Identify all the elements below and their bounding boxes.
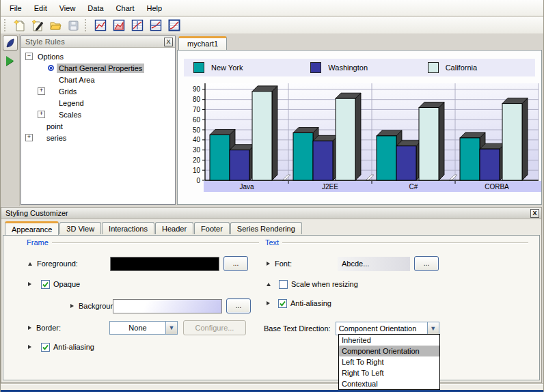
legend-label: California <box>446 64 477 72</box>
dropdown-option-right-to-left[interactable]: Right To Left <box>339 367 439 378</box>
foreground-label: Foreground: <box>37 260 110 268</box>
chevron-down-icon[interactable]: ▼ <box>427 322 439 335</box>
opaque-row: Opaque <box>28 279 80 289</box>
background-picker-button[interactable]: ... <box>226 298 251 313</box>
open-button[interactable] <box>47 18 64 33</box>
foreground-color-swatch[interactable] <box>110 257 219 271</box>
expand-icon[interactable]: + <box>25 134 33 141</box>
customizer-tab-3d-view[interactable]: 3D View <box>59 222 101 234</box>
menu-item-data[interactable]: Data <box>81 2 109 14</box>
tree-item-series[interactable]: +series <box>21 132 175 143</box>
chart-type-line-button[interactable] <box>92 18 109 33</box>
expand-icon[interactable]: + <box>38 111 45 118</box>
save-button[interactable] <box>65 18 81 33</box>
expand-arrow-icon[interactable] <box>28 326 31 330</box>
base-text-direction-combobox[interactable]: Component Orientation ▼ <box>336 322 439 335</box>
tab-mychart1[interactable]: mychart1 <box>178 36 227 50</box>
expand-arrow-icon[interactable] <box>28 282 31 286</box>
text-group-line <box>282 242 528 243</box>
legend-swatch <box>310 62 321 73</box>
menu-item-chart[interactable]: Chart <box>110 2 141 14</box>
style-wizard-button[interactable] <box>29 18 46 33</box>
frame-antialiasing-checkbox[interactable] <box>41 343 50 352</box>
tree-item-grids[interactable]: +Grids <box>21 85 175 97</box>
menu-item-edit[interactable]: Edit <box>28 2 53 14</box>
svg-text:60: 60 <box>193 116 201 124</box>
quill-pen-icon <box>5 38 15 48</box>
customizer-tab-footer[interactable]: Footer <box>194 222 230 234</box>
expand-arrow-icon[interactable] <box>267 301 270 305</box>
collapse-arrow-icon[interactable] <box>28 262 32 266</box>
foreground-picker-button[interactable]: ... <box>223 256 248 271</box>
styling-customizer: Styling Customizer X Appearance3D ViewIn… <box>1 207 542 383</box>
chart-body: New YorkWashingtonCalifornia 01020304050… <box>177 50 542 205</box>
font-picker-button[interactable]: ... <box>414 256 439 271</box>
expand-arrow-icon[interactable] <box>28 345 31 349</box>
dropdown-option-component-orientation[interactable]: Component Orientation <box>339 346 439 356</box>
svg-text:90: 90 <box>193 85 201 93</box>
opaque-checkbox[interactable] <box>41 280 50 289</box>
app-window: FileEditViewDataChartHelp <box>0 0 544 392</box>
run-button[interactable] <box>3 55 18 67</box>
bar-chart-svg[interactable]: 0102030405060708090JavaJ2EEC#CORBA <box>182 79 541 195</box>
svg-text:70: 70 <box>193 106 201 113</box>
new-document-icon <box>14 19 26 31</box>
legend-swatch <box>428 62 439 73</box>
expand-arrow-icon[interactable] <box>70 304 74 308</box>
background-label: Background: <box>79 302 113 310</box>
tree-item-label: Grids <box>57 87 79 96</box>
text-antialiasing-checkbox[interactable] <box>278 299 287 308</box>
customizer-tab-appearance[interactable]: Appearance <box>5 221 59 235</box>
border-label: Border: <box>36 324 109 332</box>
configure-button[interactable]: Configure... <box>183 320 246 335</box>
toolbar <box>1 17 543 33</box>
chevron-down-icon[interactable]: ▼ <box>165 322 177 334</box>
tree-item-chart-general-properties[interactable]: Chart General Properties <box>21 62 175 74</box>
font-preview-field[interactable]: Abcde... <box>338 257 410 271</box>
style-rules-close-button[interactable]: X <box>164 38 173 46</box>
chart-type-combo-button[interactable] <box>148 18 164 33</box>
customizer-close-button[interactable]: X <box>530 209 539 218</box>
customizer-tab-header[interactable]: Header <box>155 222 193 234</box>
customizer-title: Styling Customizer <box>5 209 530 217</box>
dropdown-option-inherited[interactable]: Inherited <box>339 335 439 346</box>
status-bar <box>1 384 543 390</box>
chart-type-area-icon <box>112 19 126 31</box>
style-pen-toggle[interactable] <box>3 36 18 51</box>
tree-item-scales[interactable]: +Scales <box>21 109 175 120</box>
open-folder-icon <box>49 20 62 31</box>
customizer-tab-series-rendering[interactable]: Series Rendering <box>230 222 302 234</box>
collapse-icon[interactable]: − <box>25 53 33 60</box>
menu-item-view[interactable]: View <box>53 2 82 14</box>
dropdown-option-contextual[interactable]: Contextual <box>339 378 439 389</box>
expand-arrow-icon[interactable] <box>267 262 270 266</box>
dropdown-option-left-to-right[interactable]: Left To Right <box>339 356 439 367</box>
svg-text:C#: C# <box>409 183 418 191</box>
scale-when-resizing-label: Scale when resizing <box>291 280 358 288</box>
menu-item-help[interactable]: Help <box>141 2 169 14</box>
background-color-swatch[interactable] <box>113 299 222 313</box>
chart-tab-row: mychart1 <box>177 36 542 50</box>
legend-item-new-york: New York <box>184 62 301 73</box>
scale-when-resizing-checkbox[interactable] <box>279 280 288 289</box>
expand-icon[interactable]: + <box>38 87 45 95</box>
customizer-tab-interactions[interactable]: Interactions <box>102 222 154 234</box>
tree-item-legend[interactable]: Legend <box>21 97 175 109</box>
new-document-button[interactable] <box>12 18 28 33</box>
svg-text:10: 10 <box>193 167 201 174</box>
chart-type-scatter-button[interactable] <box>166 18 182 33</box>
frame-antialiasing-row: Anti-aliasing <box>28 342 94 352</box>
chart-type-step-button[interactable] <box>129 18 146 33</box>
tree-item-chart-area[interactable]: Chart Area <box>21 74 175 85</box>
chart-type-area-button[interactable] <box>111 18 127 33</box>
collapse-arrow-icon[interactable] <box>267 283 271 286</box>
opaque-label: Opaque <box>53 280 80 288</box>
menu-item-file[interactable]: File <box>3 2 28 14</box>
check-icon <box>279 300 286 307</box>
tree-item-point[interactable]: point <box>21 120 175 132</box>
border-combobox[interactable]: None ▼ <box>109 321 178 335</box>
tree-item-options[interactable]: −Options <box>21 51 175 62</box>
tree-item-label: Legend <box>57 98 86 108</box>
frame-group-line <box>52 242 259 243</box>
svg-text:CORBA: CORBA <box>485 183 509 191</box>
